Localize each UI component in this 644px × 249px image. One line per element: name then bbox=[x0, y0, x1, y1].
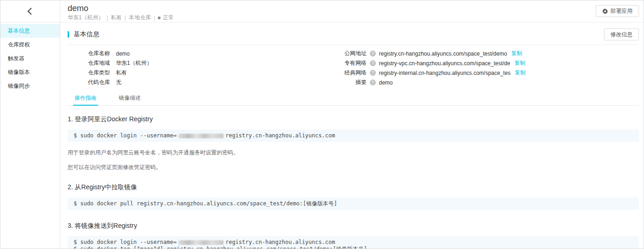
guide-step-3-title: 3. 将镜像推送到Registry bbox=[68, 222, 639, 230]
info-row-vpc-endpoint: 专有网络 ? registry-vpc.cn-hangzhou.aliyuncs… bbox=[336, 58, 639, 68]
info-row-public-endpoint: 公网地址 ? registry.cn-hangzhou.aliyuncs.com… bbox=[336, 49, 639, 58]
repo-kind-label: 本地仓库 bbox=[129, 14, 151, 22]
help-icon[interactable]: ? bbox=[370, 79, 376, 85]
page-title: demo bbox=[68, 4, 174, 13]
tab-bar: 操作指南 镜像描述 bbox=[68, 95, 639, 106]
guide-paragraph: 用于登录的用户名为阿里云账号全名，密码为开通服务时设置的密码。 bbox=[68, 149, 639, 157]
tab-image-description[interactable]: 镜像描述 bbox=[117, 95, 142, 106]
info-row-code-repo: 代码仓库 无 bbox=[68, 78, 336, 87]
back-chevron-icon bbox=[28, 8, 35, 15]
redacted-username bbox=[178, 240, 224, 245]
info-row-repo-type: 仓库类型 私有 bbox=[68, 68, 336, 78]
content-panel: 基本信息 修改信息 仓库名称 demo 仓库地域 华东1（杭州） bbox=[60, 23, 644, 249]
guide-step-1-title: 1. 登录阿里云Docker Registry bbox=[68, 115, 639, 124]
sidebar-item-repo-authorization[interactable]: 仓库授权 bbox=[0, 38, 60, 51]
code-line: $ sudo docker login --username=registry.… bbox=[74, 239, 633, 246]
section-accent-bar bbox=[68, 31, 69, 38]
page-header: demo 华东1（杭州） | 私有 | 本地仓库 | 正常 部署应用 bbox=[60, 0, 644, 23]
info-row-repo-name: 仓库名称 demo bbox=[68, 49, 336, 58]
back-button[interactable] bbox=[0, 0, 60, 23]
copy-link[interactable]: 复制 bbox=[514, 59, 525, 67]
field-value: 华东1（杭州） bbox=[116, 59, 152, 67]
copy-link[interactable]: 复制 bbox=[511, 50, 522, 57]
subtitle-separator: | bbox=[107, 15, 108, 21]
code-block-pull: $ sudo docker pull registry.cn-hangzhou.… bbox=[68, 198, 639, 210]
tab-operation-guide[interactable]: 操作指南 bbox=[73, 95, 98, 106]
guide-paragraph: 您可以在访问凭证页面修改凭证密码。 bbox=[68, 164, 639, 171]
field-label: 经典网络 bbox=[336, 69, 367, 77]
main-area: demo 华东1（杭州） | 私有 | 本地仓库 | 正常 部署应用 bbox=[60, 0, 644, 249]
info-row-summary: 摘要 ? demo bbox=[336, 78, 639, 87]
field-label: 摘要 bbox=[336, 79, 367, 86]
field-label: 仓库地域 bbox=[68, 59, 110, 67]
code-text: $ sudo docker login --username= bbox=[74, 132, 177, 139]
field-label: 仓库名称 bbox=[68, 50, 110, 57]
subtitle-separator: | bbox=[125, 15, 126, 21]
region-label: 华东1（杭州） bbox=[68, 14, 104, 22]
deploy-gear-icon bbox=[602, 8, 608, 14]
deploy-app-button[interactable]: 部署应用 bbox=[596, 5, 639, 17]
status-dot-icon bbox=[158, 17, 161, 19]
visibility-label: 私有 bbox=[111, 14, 122, 22]
sidebar-menu: 基本信息 仓库授权 触发器 镜像版本 镜像同步 bbox=[0, 23, 60, 93]
code-block-login: $ sudo docker login --username=registry.… bbox=[68, 130, 639, 142]
code-block-push: $ sudo docker login --username=registry.… bbox=[68, 236, 639, 249]
endpoint-value: registry-internal.cn-hangzhou.aliyuncs.c… bbox=[379, 70, 511, 76]
field-value: 无 bbox=[116, 79, 121, 86]
code-text: registry.cn-hangzhou.aliyuncs.com bbox=[225, 239, 335, 245]
field-label: 公网地址 bbox=[336, 50, 367, 57]
summary-value: demo bbox=[379, 79, 393, 86]
edit-info-button-label: 修改信息 bbox=[610, 31, 632, 39]
section-divider bbox=[68, 45, 639, 45]
field-value: 私有 bbox=[116, 69, 127, 77]
field-value: demo bbox=[116, 51, 130, 57]
section-title-wrap: 基本信息 bbox=[68, 30, 99, 39]
help-icon[interactable]: ? bbox=[370, 51, 376, 57]
code-text: $ sudo docker login --username= bbox=[74, 239, 177, 245]
repository-detail-page: 基本信息 仓库授权 触发器 镜像版本 镜像同步 demo 华东1（杭州） | 私… bbox=[0, 0, 644, 249]
endpoint-value: registry-vpc.cn-hangzhou.aliyuncs.com/sp… bbox=[379, 60, 510, 67]
section-title: 基本信息 bbox=[74, 30, 99, 39]
sidebar: 基本信息 仓库授权 触发器 镜像版本 镜像同步 bbox=[0, 0, 60, 249]
info-column-left: 仓库名称 demo 仓库地域 华东1（杭州） 仓库类型 私有 代码仓库 无 bbox=[68, 49, 336, 87]
sidebar-item-triggers[interactable]: 触发器 bbox=[0, 51, 60, 65]
edit-info-button[interactable]: 修改信息 bbox=[604, 28, 639, 40]
code-line: $ sudo docker tag [ImageId] registry.cn-… bbox=[74, 246, 633, 249]
field-label: 代码仓库 bbox=[68, 79, 110, 86]
sidebar-item-image-versions[interactable]: 镜像版本 bbox=[0, 65, 60, 79]
status-badge: 正常 bbox=[163, 14, 174, 22]
copy-link[interactable]: 复制 bbox=[515, 69, 526, 77]
help-icon[interactable]: ? bbox=[370, 60, 376, 66]
field-label: 专有网络 bbox=[336, 59, 367, 67]
info-row-classic-endpoint: 经典网络 ? registry-internal.cn-hangzhou.ali… bbox=[336, 68, 639, 78]
code-text: $ sudo docker pull registry.cn-hangzhou.… bbox=[74, 200, 337, 207]
sidebar-item-image-sync[interactable]: 镜像同步 bbox=[0, 79, 60, 93]
subtitle-separator: | bbox=[154, 15, 155, 21]
sidebar-item-basic-info[interactable]: 基本信息 bbox=[0, 24, 60, 38]
guide-step-2-title: 2. 从Registry中拉取镜像 bbox=[68, 183, 639, 192]
endpoint-value: registry.cn-hangzhou.aliyuncs.com/space_… bbox=[379, 51, 507, 57]
info-grid: 仓库名称 demo 仓库地域 华东1（杭州） 仓库类型 私有 代码仓库 无 bbox=[68, 49, 639, 87]
basic-info-section-header: 基本信息 修改信息 bbox=[68, 28, 639, 40]
field-label: 仓库类型 bbox=[68, 69, 110, 77]
page-header-text: demo 华东1（杭州） | 私有 | 本地仓库 | 正常 bbox=[68, 4, 174, 22]
info-column-right: 公网地址 ? registry.cn-hangzhou.aliyuncs.com… bbox=[336, 49, 639, 87]
page-subtitle: 华东1（杭州） | 私有 | 本地仓库 | 正常 bbox=[68, 14, 174, 22]
help-icon[interactable]: ? bbox=[370, 70, 376, 76]
code-text: registry.cn-hangzhou.aliyuncs.com bbox=[225, 132, 335, 139]
deploy-app-button-label: 部署应用 bbox=[610, 7, 632, 15]
redacted-username bbox=[178, 134, 224, 138]
info-row-repo-region: 仓库地域 华东1（杭州） bbox=[68, 58, 336, 68]
